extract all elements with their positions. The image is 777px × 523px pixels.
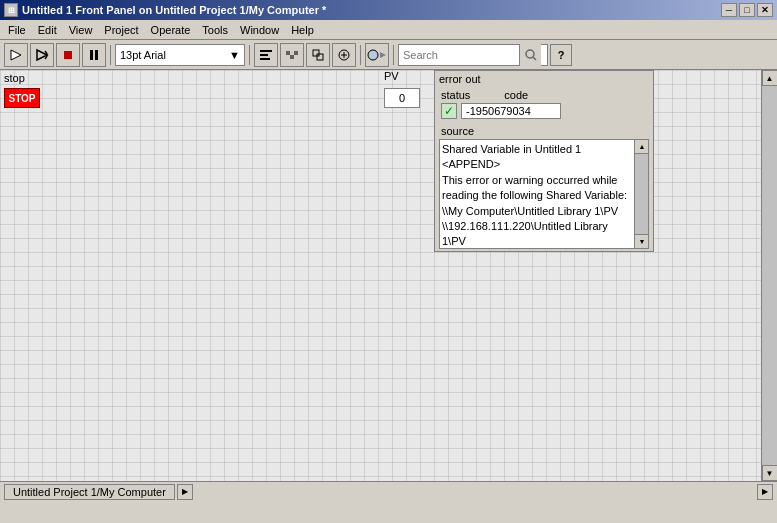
svg-rect-4 [95,50,98,60]
maximize-button[interactable]: □ [739,3,755,17]
align-button[interactable] [254,43,278,67]
menu-operate[interactable]: Operate [145,22,197,38]
search-button[interactable] [519,44,541,66]
error-code-value: -1950679034 [461,103,561,119]
svg-rect-12 [317,54,323,60]
svg-rect-6 [260,54,268,56]
error-out-title: error out [435,71,653,87]
menu-view[interactable]: View [63,22,99,38]
tab-scroll-right[interactable]: ▶ [177,484,193,500]
minimize-button[interactable]: ─ [721,3,737,17]
search-box [398,44,548,66]
help-button[interactable]: ? [550,44,572,66]
close-button[interactable]: ✕ [757,3,773,17]
scroll-down-arrow[interactable]: ▼ [635,234,649,248]
svg-point-16 [526,50,534,58]
debug-button[interactable] [365,43,389,67]
error-source-label: source [439,123,649,139]
toolbar-separator-2 [249,45,250,65]
reorder-button[interactable] [332,43,356,67]
svg-line-17 [533,57,536,60]
abort-button[interactable] [56,43,80,67]
scroll-up-arrow[interactable]: ▲ [635,140,649,154]
title-bar: ⊞ Untitled 1 Front Panel on Untitled Pro… [0,0,777,20]
title-bar-text: Untitled 1 Front Panel on Untitled Proje… [22,4,326,16]
pause-button[interactable] [82,43,106,67]
scroll-track [635,154,648,234]
font-dropdown[interactable]: 13pt Arial ▼ [115,44,245,66]
menu-help[interactable]: Help [285,22,320,38]
menu-project[interactable]: Project [98,22,144,38]
error-source-content: Shared Variable in Untitled 1 <APPEND> T… [442,142,632,249]
menu-window[interactable]: Window [234,22,285,38]
scroll-up-button[interactable]: ▲ [762,70,778,86]
main-content: stop STOP PV 0 error out status code ✓ [0,70,777,481]
resize-button[interactable] [306,43,330,67]
canvas[interactable]: stop STOP PV 0 error out status code ✓ [0,70,761,481]
scroll-down-button[interactable]: ▼ [762,465,778,481]
bottom-scroll-right[interactable]: ▶ [757,484,773,500]
right-scrollbar: ▲ ▼ [761,70,777,481]
menu-edit[interactable]: Edit [32,22,63,38]
svg-rect-11 [313,50,319,56]
search-input[interactable] [399,49,519,61]
toolbar-separator-4 [393,45,394,65]
svg-rect-9 [294,51,298,55]
app-icon: ⊞ [4,3,18,17]
stop-control-label: stop [4,72,25,84]
distribute-button[interactable] [280,43,304,67]
toolbar: 13pt Arial ▼ [0,40,777,70]
svg-rect-10 [290,55,294,59]
bottom-bar: Untitled Project 1/My Computer ▶ ▶ [0,481,777,501]
pv-label: PV [384,70,399,82]
toolbar-separator-1 [110,45,111,65]
title-bar-controls: ─ □ ✕ [721,3,773,17]
svg-marker-0 [11,50,21,60]
svg-rect-8 [286,51,290,55]
error-status-label: status [441,89,470,101]
error-source-scrollbar: ▲ ▼ [634,140,648,248]
scroll-track [762,86,778,465]
error-out-panel: error out status code ✓ -1950679034 sour… [434,70,654,252]
menu-tools[interactable]: Tools [196,22,234,38]
run-arrow-button[interactable] [4,43,28,67]
stop-button[interactable]: STOP [4,88,40,108]
svg-rect-2 [64,51,72,59]
menu-bar: File Edit View Project Operate Tools Win… [0,20,777,40]
svg-rect-7 [260,58,270,60]
error-status-indicator: ✓ [441,103,457,119]
run-continuously-button[interactable] [30,43,54,67]
svg-marker-15 [380,52,386,58]
menu-file[interactable]: File [2,22,32,38]
pv-value: 0 [384,88,420,108]
error-code-label: code [504,89,528,101]
error-source-text: Shared Variable in Untitled 1 <APPEND> T… [439,139,649,249]
svg-point-14 [368,50,378,60]
svg-rect-5 [260,50,272,52]
project-tab[interactable]: Untitled Project 1/My Computer [4,484,175,500]
toolbar-separator-3 [360,45,361,65]
svg-rect-3 [90,50,93,60]
